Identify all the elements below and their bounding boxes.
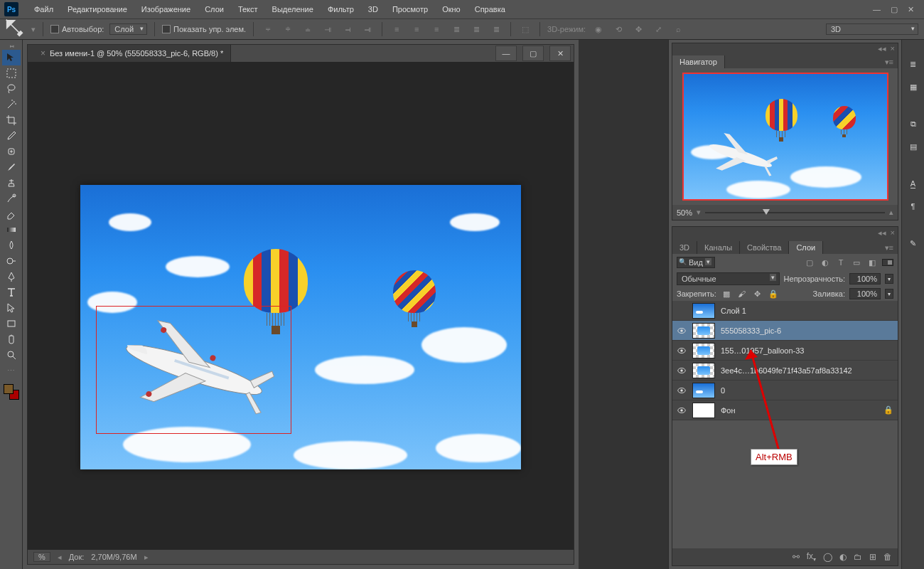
crop-tool[interactable] [2,112,21,128]
align-right-icon[interactable]: ⫥ [360,22,375,36]
distribute-top-icon[interactable]: ≡ [390,22,404,36]
panel-close-icon[interactable]: × [891,228,895,237]
edit-toolbar-icon[interactable]: ⋯ [2,363,21,378]
distribute-hcenter-icon[interactable]: ≣ [469,22,483,36]
strip-history-icon[interactable]: ≣ [905,55,922,73]
align-bottom-icon[interactable]: ⫨ [301,22,315,36]
filter-type-icon[interactable]: T [835,258,847,267]
toolbox-grip-icon[interactable] [0,43,22,50]
filter-smart-icon[interactable]: ◧ [866,258,878,267]
brush-tool[interactable] [2,159,21,175]
filter-pixel-icon[interactable]: ▢ [804,258,815,267]
tab-layers[interactable]: Слои [789,241,823,254]
pen-tool[interactable] [2,269,21,284]
layer-row[interactable]: 0 [672,381,898,400]
lock-all-icon[interactable]: 🔒 [768,289,779,299]
visibility-toggle-icon[interactable] [677,306,687,316]
zoom-tool[interactable] [2,347,21,363]
menu-window[interactable]: Окно [435,5,468,14]
type-tool[interactable] [2,284,21,300]
new-group-icon[interactable]: 🗀 [854,552,862,562]
layer-name[interactable]: Фон [721,406,878,415]
3d-slide-icon[interactable]: ⤢ [651,22,665,36]
menu-file[interactable]: Файл [27,5,60,14]
rectangle-tool[interactable] [2,316,21,331]
canvas[interactable] [80,185,521,469]
dodge-tool[interactable] [2,253,21,269]
tab-close-icon[interactable]: × [41,48,45,58]
lock-image-icon[interactable]: 🖌 [736,289,748,299]
strip-swatches-icon[interactable]: ▤ [905,138,922,155]
eyedropper-tool[interactable] [2,128,21,144]
strip-color-icon[interactable]: ⧉ [905,115,922,132]
layer-thumbnail[interactable] [692,363,715,378]
align-vcenter-icon[interactable]: ⫩ [281,22,295,36]
layer-name[interactable]: 0 [721,386,893,395]
active-tool-preset-icon[interactable] [6,21,26,37]
status-zoom[interactable]: % [33,552,50,562]
foreground-background-colors[interactable] [2,383,21,401]
layer-thumbnail[interactable] [692,403,715,418]
layer-row[interactable]: Фон🔒 [672,400,898,420]
doc-minimize-icon[interactable]: — [495,46,517,61]
new-layer-icon[interactable]: ⊞ [869,552,876,562]
filter-toggle[interactable] [882,259,893,266]
healing-brush-tool[interactable] [2,144,21,159]
layer-row[interactable]: 3ee4c…1b6049fe71f43a57af8a33142 [672,361,898,381]
show-transform-controls-checkbox[interactable]: Показать упр. элем. [162,25,246,33]
lock-position-icon[interactable]: ✥ [752,289,763,299]
menu-view[interactable]: Просмотр [385,5,435,14]
align-top-icon[interactable]: ⫧ [261,22,275,36]
distribute-vcenter-icon[interactable]: ≡ [409,22,424,36]
eraser-tool[interactable] [2,206,21,222]
align-hcenter-icon[interactable]: ⫤ [340,22,355,36]
magic-wand-tool[interactable] [2,97,21,112]
panel-collapse-icon[interactable]: ◂◂ [878,228,886,238]
move-tool[interactable] [2,50,21,65]
3d-pan-icon[interactable]: ✥ [631,22,645,36]
tab-channels[interactable]: Каналы [697,241,740,254]
distribute-left-icon[interactable]: ≣ [449,22,463,36]
blur-tool[interactable] [2,238,21,253]
doc-close-icon[interactable]: ✕ [549,46,571,61]
distribute-bottom-icon[interactable]: ≡ [429,22,444,36]
layer-thumbnail[interactable] [692,383,715,398]
filter-adjustment-icon[interactable]: ◐ [820,258,831,267]
3d-roll-icon[interactable]: ⟲ [611,22,625,36]
visibility-toggle-icon[interactable] [677,346,687,356]
delete-layer-icon[interactable]: 🗑 [883,552,892,562]
path-selection-tool[interactable] [2,300,21,316]
window-close-icon[interactable]: ✕ [908,5,914,14]
autoselect-target-select[interactable]: Слой [109,23,147,35]
panel-menu-icon[interactable]: ▾≡ [881,56,898,68]
autoselect-checkbox[interactable]: Автовыбор: [50,25,104,33]
menu-image[interactable]: Изображение [134,5,198,14]
history-brush-tool[interactable] [2,191,21,206]
new-fill-adjust-icon[interactable]: ◐ [839,552,847,562]
layer-row[interactable]: 155…01957_balloon-33 [672,341,898,361]
menu-edit[interactable]: Редактирование [60,5,134,14]
panel-collapse-icon[interactable]: ◂◂ [878,44,886,53]
lock-transparent-icon[interactable]: ▩ [721,289,732,299]
layer-name[interactable]: 3ee4c…1b6049fe71f43a57af8a33142 [721,366,893,375]
layer-thumbnail[interactable] [692,303,715,319]
blend-mode-select[interactable]: Обычные [677,272,780,285]
layer-name[interactable]: 155…01957_balloon-33 [721,346,893,355]
menu-type[interactable]: Текст [231,5,265,14]
workspace-select[interactable]: 3D [826,23,918,35]
panel-menu-icon[interactable]: ▾≡ [881,242,898,254]
link-layers-icon[interactable]: ⚯ [793,552,800,562]
strip-paragraph-icon[interactable]: ¶ [905,198,922,215]
navigator-thumbnail[interactable] [682,73,888,201]
layer-style-icon[interactable]: fx▾ [807,551,816,563]
layer-thumbnail[interactable] [692,343,715,358]
foreground-color-swatch[interactable] [4,384,14,394]
hand-tool[interactable] [2,331,21,347]
menu-help[interactable]: Справка [468,5,512,14]
align-left-icon[interactable]: ⫣ [321,22,335,36]
3d-zoom-icon[interactable]: ⌕ [671,22,685,36]
marquee-tool[interactable] [2,65,21,81]
visibility-toggle-icon[interactable] [677,366,687,376]
clone-stamp-tool[interactable] [2,175,21,191]
menu-filter[interactable]: Фильтр [321,5,361,14]
